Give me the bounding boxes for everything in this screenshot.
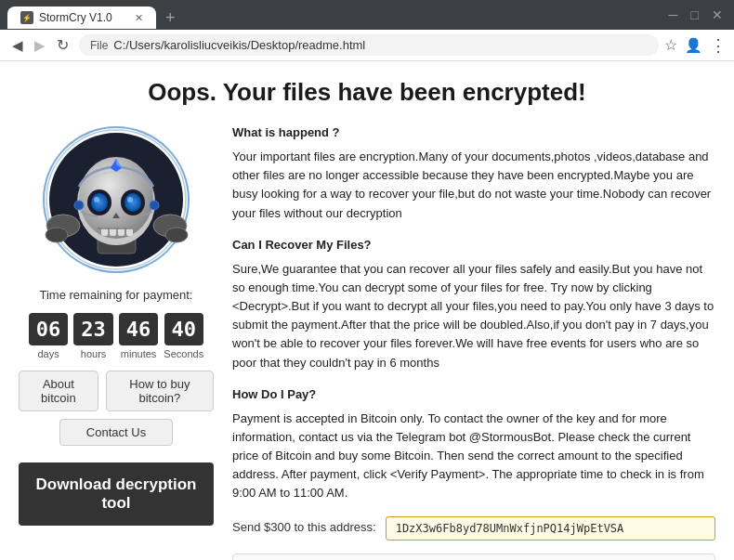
- svg-point-25: [150, 201, 159, 210]
- skull-logo-container: [40, 124, 193, 277]
- skull-logo: [40, 124, 193, 277]
- what-happened-text: Your important files are encryption.Many…: [232, 148, 715, 223]
- main-layout: Time remaining for payment: 06 days 23 h…: [19, 124, 715, 560]
- countdown-hours: 23 hours: [73, 313, 113, 359]
- tab-favicon: ⚡: [20, 11, 33, 24]
- maximize-button[interactable]: □: [688, 6, 702, 24]
- countdown-minutes: 46 minutes: [119, 313, 159, 359]
- decrypt-info-box: To decrypt your files, you must first do…: [232, 553, 715, 560]
- timer-label: Time remaining for payment:: [40, 288, 193, 302]
- days-value: 06: [29, 313, 69, 345]
- minutes-value: 46: [119, 313, 159, 345]
- seconds-value: 40: [164, 313, 204, 345]
- countdown-seconds: 40 Seconds: [164, 313, 203, 359]
- countdown-days: 06 days: [29, 313, 69, 359]
- file-label: File: [90, 39, 108, 52]
- payment-label: Send $300 to this address:: [232, 518, 376, 537]
- countdown: 06 days 23 hours 46 minutes 40 Seconds: [29, 313, 203, 359]
- reload-button[interactable]: ↻: [52, 34, 73, 56]
- how-pay-section: How Do I Pay? Payment is accepted in Bit…: [232, 385, 715, 503]
- tab-title: StormCry V1.0: [39, 11, 112, 24]
- right-panel: What is happend ? Your important files a…: [232, 124, 715, 560]
- profile-icon[interactable]: 👤: [685, 37, 702, 54]
- svg-point-13: [91, 193, 108, 212]
- seconds-label: Seconds: [164, 348, 203, 359]
- what-happened-section: What is happend ? Your important files a…: [232, 124, 715, 223]
- menu-icon[interactable]: ⋮: [710, 35, 727, 56]
- bitcoin-address-field[interactable]: [386, 516, 715, 540]
- payment-row: Send $300 to this address:: [232, 516, 715, 540]
- address-bar[interactable]: File C:/Users/karolisliucveikis/Desktop/…: [79, 34, 659, 56]
- can-recover-section: Can I Recover My Files? Sure,We guarante…: [232, 236, 715, 372]
- forward-button[interactable]: ▶: [30, 35, 50, 56]
- page-content: Oops. Your files have been encrypted!: [0, 61, 734, 560]
- hours-value: 23: [73, 313, 113, 345]
- browser-tab[interactable]: ⚡ StormCry V1.0 ✕: [7, 7, 156, 29]
- how-pay-text: Payment is accepted in Bitcoin only. To …: [232, 410, 715, 503]
- svg-point-15: [94, 197, 99, 202]
- svg-point-16: [127, 197, 133, 202]
- can-recover-text: Sure,We guarantee that you can recover a…: [232, 260, 715, 372]
- svg-point-4: [46, 228, 68, 242]
- download-decryption-button[interactable]: Download decryption tool: [19, 462, 214, 526]
- what-happened-title: What is happend ?: [232, 124, 715, 142]
- contact-us-button[interactable]: Contact Us: [59, 419, 173, 446]
- url-path: C:/Users/karolisliucveikis/Desktop/readm…: [113, 38, 365, 52]
- back-button[interactable]: ◀: [7, 35, 28, 56]
- svg-point-14: [125, 193, 141, 212]
- about-bitcoin-button[interactable]: About bitcoin: [19, 371, 98, 411]
- tab-close-icon[interactable]: ✕: [135, 12, 143, 24]
- left-panel: Time remaining for payment: 06 days 23 h…: [19, 124, 214, 526]
- page-title: Oops. Your files have been encrypted!: [19, 78, 715, 107]
- days-label: days: [37, 348, 59, 359]
- svg-point-6: [165, 228, 188, 242]
- how-pay-title: How Do I Pay?: [232, 385, 715, 404]
- can-recover-title: Can I Recover My Files?: [232, 236, 715, 254]
- new-tab-button[interactable]: +: [160, 7, 181, 30]
- nav-buttons: ◀ ▶ ↻: [7, 34, 73, 56]
- minutes-label: minutes: [121, 348, 157, 359]
- star-icon[interactable]: ☆: [664, 36, 677, 54]
- how-to-buy-button[interactable]: How to buy bitcoin?: [106, 371, 214, 411]
- minimize-button[interactable]: ─: [665, 6, 682, 24]
- svg-point-24: [74, 201, 84, 210]
- action-buttons: About bitcoin How to buy bitcoin? Contac…: [19, 371, 214, 446]
- hours-label: hours: [81, 348, 107, 359]
- close-browser-button[interactable]: ✕: [708, 6, 727, 24]
